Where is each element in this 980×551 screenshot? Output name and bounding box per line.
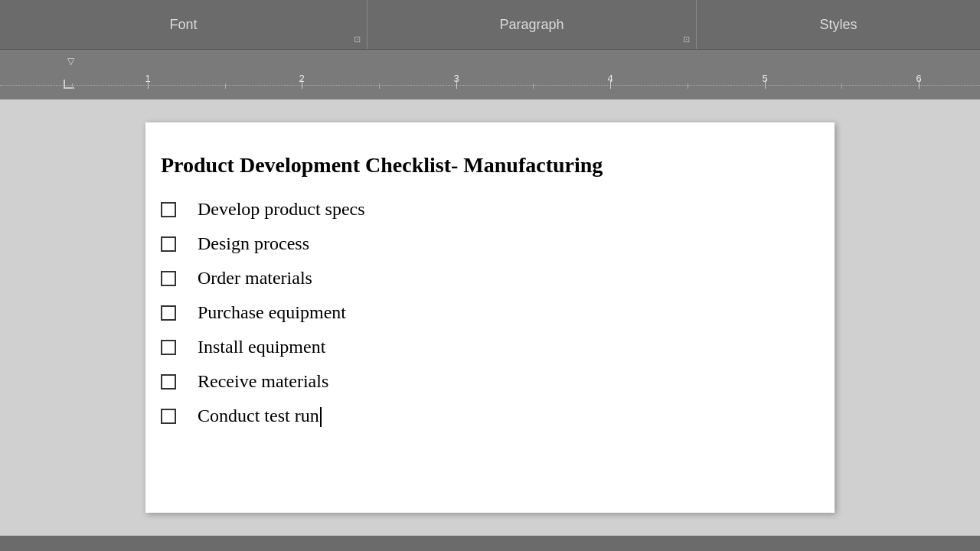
ruler: ▽ 1 2 3 4 5 6: [0, 50, 980, 99]
checkbox-4[interactable]: [161, 305, 176, 321]
styles-label: Styles: [819, 17, 857, 33]
item-text-1: Develop product specs: [198, 199, 365, 220]
ruler-tick-1: [148, 80, 149, 89]
toolbar-tabs: Font ⊡ Paragraph ⊡ Styles: [0, 0, 980, 50]
ruler-minor-tick: [841, 83, 842, 89]
ruler-tick-2: [302, 80, 302, 89]
paragraph-label: Paragraph: [499, 17, 564, 33]
item-text-7: Conduct test run: [198, 406, 322, 427]
item-text-2: Design process: [198, 233, 309, 254]
ruler-tick-6: [919, 80, 920, 89]
text-cursor: [320, 407, 322, 427]
checkbox-2[interactable]: [161, 236, 176, 252]
status-bar: [0, 536, 980, 551]
ruler-tick-3: [456, 80, 457, 89]
ruler-tick-4: [610, 80, 611, 89]
item-text-4: Purchase equipment: [198, 302, 346, 323]
font-section: Font ⊡: [0, 0, 368, 49]
list-item: Design process: [161, 233, 789, 254]
checkbox-5[interactable]: [161, 340, 176, 355]
checkbox-3[interactable]: [161, 271, 176, 286]
page[interactable]: Product Development Checklist- Manufactu…: [145, 122, 835, 513]
checkbox-1[interactable]: [161, 202, 176, 217]
item-text-3: Order materials: [198, 268, 312, 289]
ruler-minor-tick: [72, 83, 73, 89]
font-label: Font: [169, 17, 197, 33]
checkbox-7[interactable]: [161, 409, 176, 424]
ruler-minor-tick: [688, 83, 688, 89]
paragraph-section: Paragraph ⊡: [368, 0, 697, 49]
checklist: Develop product specs Design process Ord…: [161, 199, 789, 427]
item-text-5: Install equipment: [198, 337, 325, 357]
list-item: Purchase equipment: [161, 302, 789, 323]
ruler-marks-container: 1 2 3 4 5 6: [0, 50, 980, 99]
ruler-dotted-line: [0, 85, 980, 86]
paragraph-expand-icon[interactable]: ⊡: [683, 34, 690, 44]
item-text-6: Receive materials: [198, 371, 328, 392]
ruler-minor-tick: [225, 83, 226, 89]
ruler-tick-5: [765, 80, 766, 89]
toolbar-area: Font ⊡ Paragraph ⊡ Styles ▽ 1 2 3 4 5 6: [0, 0, 980, 99]
list-item: Receive materials: [161, 371, 789, 392]
ruler-minor-tick: [533, 83, 534, 89]
list-item: Conduct test run: [161, 406, 789, 427]
list-item: Develop product specs: [161, 199, 789, 220]
styles-section: Styles: [697, 0, 980, 49]
checkbox-6[interactable]: [161, 374, 176, 390]
font-expand-icon[interactable]: ⊡: [354, 34, 361, 44]
document-area: Product Development Checklist- Manufactu…: [0, 99, 980, 536]
document-title: Product Development Checklist- Manufactu…: [161, 153, 789, 178]
list-item: Order materials: [161, 268, 789, 289]
list-item: Install equipment: [161, 337, 789, 357]
ruler-minor-tick: [379, 83, 380, 89]
